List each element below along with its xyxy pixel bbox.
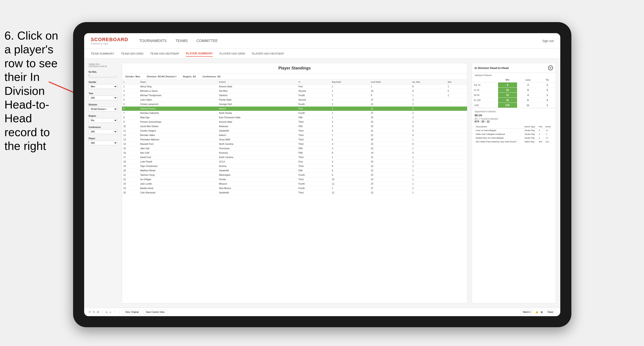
table-row[interactable]: 12 Brendan Valles Auburn Third 7 22 0 [122, 133, 467, 138]
table-row[interactable]: 25 Cole Sherwood Vanderbilt Third 12 23 … [122, 190, 467, 195]
cell-rds: 1 [411, 146, 446, 151]
cell-yr: Fifth [297, 151, 331, 155]
table-row[interactable]: 8 Mats Ege East Tennessee State Fifth 1 … [122, 115, 467, 120]
t-pos: 4 [538, 129, 544, 132]
region-select[interactable]: N/a [88, 118, 117, 123]
cell-conf: 21 [370, 155, 411, 160]
year-select[interactable]: (All) [88, 96, 117, 100]
cell-win [446, 186, 467, 190]
cell-win [446, 129, 467, 133]
cell-num: 5 [122, 102, 139, 107]
cell-player: Jacob Mac Diease [139, 124, 218, 129]
tab-player-h2h-heatmap[interactable]: PLAYER H2H HEATMAP [252, 51, 284, 56]
conference-select[interactable]: (All) [88, 129, 117, 134]
grid-icon[interactable]: ▦ [540, 311, 543, 314]
cell-win [446, 120, 467, 124]
player-select[interactable]: (All) [88, 141, 117, 145]
table-row[interactable]: 3 Michael Thorbjornsen Stanford Fourth 1… [122, 93, 467, 98]
cell-school: North Carolina [218, 142, 297, 146]
cell-reg: 10 [331, 177, 370, 182]
sign-out-button[interactable]: Sign out [542, 39, 554, 43]
tab-team-summary[interactable]: TEAM SUMMARY [91, 51, 114, 56]
t-name: Fallen Oak Collegiate Invitational [474, 132, 524, 136]
cell-school: Florida [218, 177, 297, 182]
logo-sub: Powered by clippi [91, 42, 128, 45]
t-score: 18-1 [544, 140, 553, 144]
gender-select[interactable]: Men [88, 84, 117, 89]
nav-teams[interactable]: TEAMS [176, 38, 188, 44]
tab-team-h2h-grid[interactable]: TEAM H2H GRID [121, 51, 144, 56]
cell-yr: Fifth [297, 115, 331, 120]
table-row[interactable]: 5 Christo Lamprecht Georgia Tech Fourth … [122, 102, 467, 107]
save-custom-view-button[interactable]: Save Custom View [144, 310, 167, 314]
range-slider[interactable] [88, 77, 117, 78]
undo-icon[interactable]: ↺ [88, 311, 90, 314]
h2h-close-button[interactable]: ✕ [548, 65, 553, 70]
view-original-button[interactable]: View: Original [123, 310, 141, 314]
h2h-range-label: 11-25 [472, 88, 498, 93]
update-time: Update time: 27/03/2024 16:56:26 [88, 63, 117, 67]
table-row[interactable]: 24 Bastien Amat New Mexico Fourth 1 27 2 [122, 186, 467, 190]
cell-win [446, 124, 467, 129]
standings-data-table: # Player School Yr Reg Rank Conf Rank No… [122, 80, 467, 195]
cell-num: 21 [122, 173, 139, 177]
tab-team-h2h-heatmap[interactable]: TEAM H2H HEATMAP [150, 51, 179, 56]
watch-button[interactable]: Watch ▾ [520, 310, 533, 314]
h2h-loss-value: 11 [517, 103, 539, 108]
player-standings-table: Player Standings Gender: Men Division: N… [122, 63, 467, 303]
table-row[interactable]: 13 Phichaksn Maichon Texas A&M Third 6 3… [122, 138, 467, 142]
division-select[interactable]: NCAA Division I [88, 107, 117, 111]
cell-rds: 1 [411, 138, 446, 142]
cell-win [446, 155, 467, 160]
division-filter: Division NCAA Division I [88, 103, 117, 111]
table-row[interactable]: 10 Jacob Mac Diease Arkansas Fifth 4 25 … [122, 124, 467, 129]
tab-player-summary[interactable]: PLAYER SUMMARY [186, 51, 213, 57]
h2h-loss-col: Loss [517, 78, 539, 82]
cell-school: Arizona [218, 164, 297, 169]
table-row[interactable]: 17 David Ford North Carolina Third 1 21 … [122, 155, 467, 160]
h2h-tie-value: 2 [539, 82, 556, 88]
cell-num: 7 [122, 111, 139, 115]
more-icon[interactable]: ⋯ [114, 311, 116, 314]
thumbup-icon[interactable]: 👍 [535, 311, 538, 314]
cell-reg: 8 [331, 164, 370, 169]
table-row[interactable]: 6 Jackson Koivun Auburn First 1 21 3 [122, 107, 467, 111]
share-button[interactable]: Share [545, 310, 556, 314]
table-row[interactable]: 19 Tiger Christensen Arizona Third 8 23 … [122, 164, 467, 169]
table-row[interactable]: 9 Preston Summerhays Arizona State Third… [122, 120, 467, 124]
cell-reg: 2 [331, 102, 370, 107]
paste-icon[interactable]: ⎋ [110, 311, 111, 314]
table-row[interactable]: 23 Jack Lundin Missouri Fourth 11 24 1 [122, 182, 467, 186]
nav-committee[interactable]: COMMITTEE [196, 38, 218, 44]
nav-tournaments[interactable]: TOURNAMENTS [139, 38, 166, 44]
cell-reg: 1 [331, 84, 370, 89]
main-content: Update time: 27/03/2024 16:56:26 No Rds.… [84, 59, 560, 308]
cell-rds: 2 [411, 98, 446, 102]
refresh-icon[interactable]: ⇄ [97, 311, 99, 314]
table-row[interactable]: 21 Taehoon Song Washington Fourth 6 23 1 [122, 173, 467, 177]
cell-school: Florida State [218, 98, 297, 102]
table-row[interactable]: 15 Jake Hall Tennessee Fifth 3 23 1 [122, 146, 467, 151]
cell-reg: 6 [331, 173, 370, 177]
tab-player-h2h-grid[interactable]: PLAYER H2H GRID [220, 51, 245, 56]
table-row[interactable]: 22 Ian Gilligan Florida Third 10 24 1 [122, 177, 467, 182]
cell-num: 18 [122, 160, 139, 164]
redo-icon[interactable]: ↻ [93, 311, 95, 314]
table-row[interactable]: 7 Nicholas Gabrelcik North Florida Fourt… [122, 111, 467, 115]
cell-win [446, 115, 467, 120]
table-row[interactable]: 16 Alex Goff Kentucky Fifth 8 19 0 [122, 151, 467, 155]
bottom-toolbar: ↺ ↻ ⇄ ⎘ ⎋ ⋯ View: Original Save Custom V… [84, 308, 560, 316]
cell-num: 14 [122, 142, 139, 146]
table-row[interactable]: 4 Luke Claton Florida State Second 1 27 … [122, 98, 467, 102]
cell-rds: 1 [411, 182, 446, 186]
table-row[interactable]: 18 Luke Powell UCLA First 4 24 1 [122, 160, 467, 164]
h2h-player-name: Jackson Koivun [472, 73, 556, 78]
table-row[interactable]: 11 Gordon Sargent Vanderbilt Third 4 21 … [122, 129, 467, 133]
cell-win [446, 151, 467, 155]
h2h-header: In Division Head-to-Head ✕ [472, 63, 556, 73]
table-row[interactable]: 1 Wenyi Ding Arizona State First 1 1 8 1 [122, 84, 467, 89]
table-row[interactable]: 2 Michael La Sasso Ole Miss Second 1 10 … [122, 89, 467, 93]
table-row[interactable]: 20 Matthew Riedel Vanderbilt Fifth 6 22 … [122, 169, 467, 173]
copy-icon[interactable]: ⎘ [106, 311, 108, 314]
table-row[interactable]: 14 Maxwell Ford North Carolina Third 3 2… [122, 142, 467, 146]
